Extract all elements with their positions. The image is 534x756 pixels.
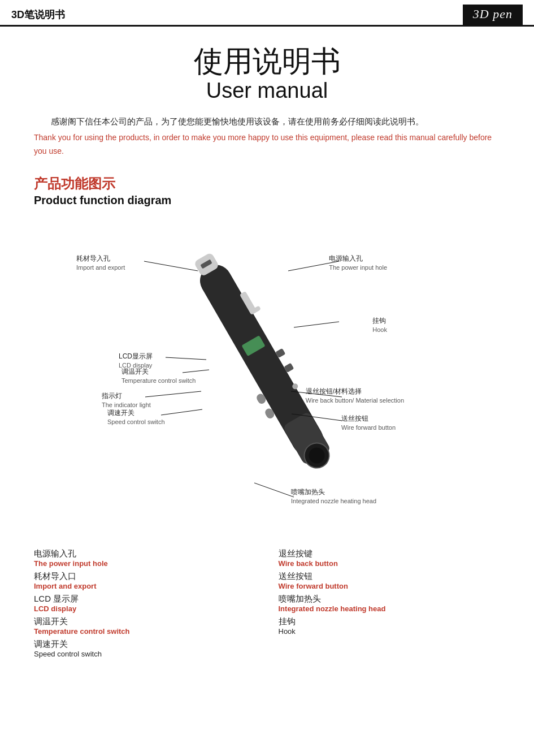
header-logo: 3D pen [463, 5, 523, 25]
product-diagram: 耗材导入孔 Import and export [34, 217, 500, 534]
feature-item: 挂钩 Hook [279, 616, 501, 636]
label-import-export: 耗材导入孔 Import and export [76, 254, 125, 272]
feature-list: 电源输入孔 The power input hole 耗材导入口 Import … [34, 545, 500, 659]
feature-item: 调速开关 Speed control switch [34, 639, 256, 658]
label-temp-switch: 调温开关 Temperature control switch [121, 367, 196, 385]
intro-en: Thank you for using the products, in ord… [34, 131, 500, 158]
main-title-zh: 使用说明书 [34, 44, 500, 79]
section-heading-zh: 产品功能图示 [34, 175, 500, 193]
label-wire-fwd: 送丝按钮 Wire forward button [341, 414, 396, 432]
main-title-en: User manual [34, 79, 500, 103]
label-hook: 挂钩 Hook [372, 316, 387, 334]
feature-item: 送丝按钮 Wire forward button [279, 571, 501, 590]
feature-item: 调温开关 Temperature control switch [34, 616, 256, 636]
feature-item: 退丝按键 Wire back button [279, 548, 501, 568]
header: 3D笔说明书 3D pen [0, 0, 534, 27]
intro-zh: 感谢阁下信任本公司的产品，为了使您能更愉快地使用该设备，请在使用前务必仔细阅读此… [34, 114, 500, 129]
feature-item: 电源输入孔 The power input hole [34, 548, 256, 568]
feature-col-2: 退丝按键 Wire back button 送丝按钮 Wire forward … [279, 545, 501, 659]
main-content: 使用说明书 User manual 感谢阁下信任本公司的产品，为了使您能更愉快地… [0, 44, 534, 676]
label-speed-switch: 调速开关 Speed control switch [107, 408, 165, 426]
feature-item: LCD 显示屏 LCD display [34, 594, 256, 613]
feature-item: 喷嘴加热头 Integrated nozzle heating head [279, 594, 501, 613]
header-title: 3D笔说明书 [11, 8, 463, 21]
section-heading-en: Product function diagram [34, 194, 500, 207]
feature-item: 耗材导入口 Import and export [34, 571, 256, 590]
label-indicator: 指示灯 The indicator light [102, 391, 151, 409]
label-power-input: 电源输入孔 The power input hole [329, 254, 387, 272]
label-nozzle: 喷嘴加热头 Integrated nozzle heating head [291, 487, 376, 506]
feature-col-1: 电源输入孔 The power input hole 耗材导入口 Import … [34, 545, 256, 659]
label-wire-back: 退丝按钮/材料选择 Wire back button/ Material sel… [306, 387, 404, 405]
